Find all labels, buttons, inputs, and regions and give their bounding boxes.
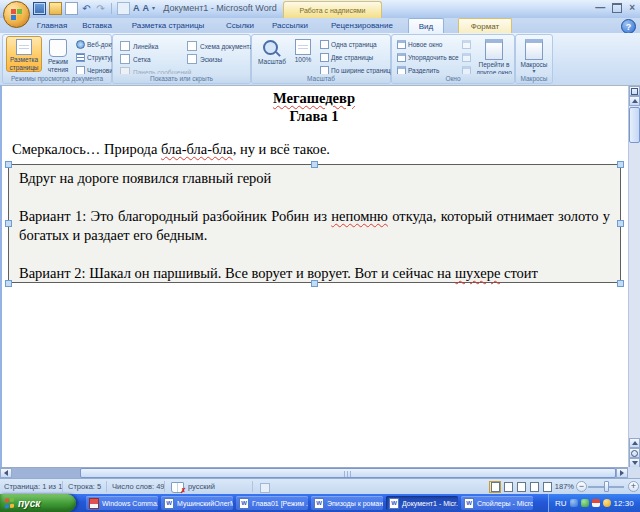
- scroll-left-button[interactable]: [0, 468, 12, 478]
- language-indicator-tray[interactable]: RU: [555, 499, 567, 508]
- spell-check-icon[interactable]: [171, 482, 184, 493]
- macros-icon: [525, 39, 543, 60]
- two-pages-button[interactable]: Две страницы: [320, 53, 373, 62]
- tab-review[interactable]: Рецензирование: [318, 18, 406, 33]
- macro-record-icon[interactable]: [260, 483, 270, 493]
- page-100-icon: [295, 39, 311, 55]
- help-button[interactable]: ?: [621, 19, 636, 34]
- ruler-checkbox[interactable]: Линейка: [120, 41, 158, 51]
- tab-references[interactable]: Ссылки: [218, 18, 262, 33]
- word-count-indicator[interactable]: Число слов: 49: [112, 482, 165, 491]
- undo-icon[interactable]: ↶: [81, 3, 92, 14]
- document-title-heading: Мегашедевр: [2, 90, 626, 107]
- selection-handle-top-right[interactable]: [617, 161, 624, 168]
- clock[interactable]: 12:30: [614, 499, 634, 508]
- selection-handle-top-left[interactable]: [5, 161, 12, 168]
- ruler-toggle-button[interactable]: [629, 86, 640, 96]
- word-document-icon: W: [239, 498, 249, 509]
- thumbnails-checkbox[interactable]: Эскизы: [187, 54, 222, 64]
- restore-button[interactable]: [612, 3, 622, 13]
- horizontal-scrollbar[interactable]: [0, 467, 628, 478]
- line-indicator[interactable]: Строка: 5: [68, 482, 101, 491]
- document-map-checkbox[interactable]: Схема документа: [187, 41, 253, 51]
- chapter-heading: Глава 1: [2, 108, 626, 125]
- reading-mode-button[interactable]: Режим чтения: [43, 37, 73, 73]
- horizontal-scrollbar-thumb[interactable]: [80, 468, 616, 478]
- zoom-button[interactable]: Масштаб: [256, 37, 288, 66]
- windows-taskbar: пуск Windows Comma... W МушинскийОлегМ..…: [0, 494, 640, 512]
- text-box[interactable]: Вдруг на дороге появился главный герой В…: [8, 164, 621, 283]
- zoom-in-button[interactable]: +: [628, 481, 639, 492]
- tray-app-icon[interactable]: [592, 499, 600, 507]
- magnifier-icon: [263, 40, 278, 55]
- office-button[interactable]: [3, 1, 30, 28]
- selection-handle-top-middle[interactable]: [311, 161, 318, 168]
- open-icon[interactable]: [49, 2, 62, 15]
- zoom-out-button[interactable]: −: [576, 481, 587, 492]
- selection-handle-bottom-right[interactable]: [617, 280, 624, 287]
- tab-mailings[interactable]: Рассылки: [264, 18, 316, 33]
- word-document-icon: W: [314, 498, 324, 509]
- outline-view-icon: [76, 53, 85, 62]
- start-button[interactable]: пуск: [0, 494, 76, 512]
- qat-dropdown-icon[interactable]: ▾: [152, 6, 155, 11]
- new-document-icon[interactable]: [65, 2, 78, 15]
- gridlines-checkbox[interactable]: Сетка: [120, 54, 151, 64]
- synchronous-scrolling-icon: [462, 53, 471, 62]
- zoom-100-button[interactable]: 100%: [290, 37, 316, 64]
- zoom-level[interactable]: 187%: [552, 482, 574, 491]
- switch-windows-button[interactable]: Перейти в другое окно: [476, 37, 512, 76]
- tab-insert[interactable]: Вставка: [76, 18, 118, 33]
- selection-handle-middle-left[interactable]: [5, 220, 12, 227]
- tray-volume-icon[interactable]: [603, 499, 611, 507]
- web-layout-icon: [76, 40, 85, 49]
- taskbar-button-doc-spoilery[interactable]: W Спойлеры - Micro...: [461, 496, 533, 510]
- full-screen-view-button[interactable]: [502, 481, 514, 493]
- close-button[interactable]: ×: [629, 3, 635, 13]
- selection-handle-middle-right[interactable]: [617, 220, 624, 227]
- tab-view[interactable]: Вид: [408, 18, 444, 34]
- tab-home[interactable]: Главная: [30, 18, 74, 33]
- selection-handle-bottom-middle[interactable]: [311, 280, 318, 287]
- group-label-document-views: Режимы просмотра документа: [3, 74, 111, 83]
- ribbon-tab-row: Главная Вставка Разметка страницы Ссылки…: [0, 18, 640, 33]
- save-icon[interactable]: [33, 2, 46, 15]
- minimize-button[interactable]: —: [595, 3, 605, 13]
- zoom-slider-thumb[interactable]: [604, 481, 609, 492]
- tab-page-layout[interactable]: Разметка страницы: [120, 18, 216, 33]
- word-application-window: Документ1 - Microsoft Word Работа с надп…: [0, 0, 640, 512]
- new-window-button[interactable]: Новое окно: [397, 40, 442, 49]
- scroll-right-button[interactable]: [616, 468, 628, 478]
- arrange-all-button[interactable]: Упорядочить все: [397, 53, 459, 62]
- taskbar-button-document1-active[interactable]: W Документ1 - Micr...: [386, 496, 458, 510]
- char-style-icon[interactable]: А: [133, 3, 140, 14]
- print-layout-view-button[interactable]: [489, 481, 501, 493]
- group-window: Новое окно Упорядочить все Разделить Пер…: [391, 34, 515, 84]
- document-page[interactable]: Мегашедевр Глава 1 Смеркалось… Природа б…: [0, 85, 640, 467]
- taskbar-button-doc-mushinsky[interactable]: W МушинскийОлегМ...: [161, 496, 233, 510]
- vertical-scrollbar[interactable]: [628, 86, 640, 468]
- web-layout-view-button[interactable]: [515, 481, 527, 493]
- tray-messenger-icon[interactable]: [570, 499, 578, 507]
- one-page-button[interactable]: Одна страница: [320, 40, 377, 49]
- vertical-scrollbar-thumb[interactable]: [629, 107, 640, 143]
- quick-access-toolbar: ↶ ↷ А А ▾: [33, 2, 155, 15]
- outline-view-shortcut-button[interactable]: [528, 481, 540, 493]
- page-indicator[interactable]: Страница: 1 из 1: [4, 482, 62, 491]
- print-layout-icon: [16, 39, 32, 55]
- select-browse-object-button[interactable]: [629, 448, 640, 458]
- redo-icon[interactable]: ↷: [95, 3, 106, 14]
- print-layout-button[interactable]: Разметка страницы: [6, 36, 42, 72]
- language-indicator[interactable]: русский: [188, 482, 215, 491]
- selection-handle-bottom-left[interactable]: [5, 280, 12, 287]
- taskbar-button-doc-glava01[interactable]: W Глава01 [Режим ...: [236, 496, 308, 510]
- taskbar-button-doc-epizody[interactable]: W Эпизоды к роман...: [311, 496, 383, 510]
- fields-icon[interactable]: [117, 2, 130, 15]
- scroll-up-button[interactable]: [629, 96, 640, 106]
- tab-format-contextual[interactable]: Формат: [458, 18, 512, 34]
- tray-antivirus-icon[interactable]: [581, 499, 589, 507]
- char-scale-icon[interactable]: А: [143, 3, 150, 14]
- previous-page-button[interactable]: [629, 438, 640, 448]
- macros-button[interactable]: Макросы ▾: [519, 37, 549, 74]
- taskbar-button-windows-commander[interactable]: Windows Comma...: [86, 496, 158, 510]
